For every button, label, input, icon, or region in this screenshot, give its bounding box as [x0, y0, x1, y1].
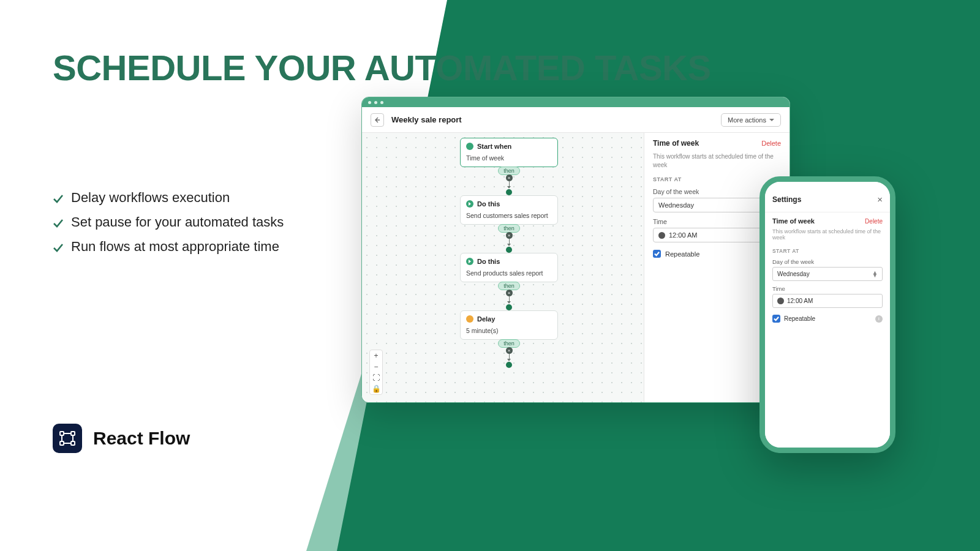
flow-connector: then × [460, 167, 558, 195]
panel-description: This workflow starts at scheduled time o… [653, 152, 781, 169]
feature-text: Delay workflows execution [71, 190, 230, 206]
more-actions-label: More actions [728, 116, 766, 124]
flow-node-start[interactable]: Start when Time of week [460, 138, 558, 167]
connector-line [509, 181, 510, 186]
traffic-light-icon [368, 101, 371, 104]
phone-mock: Settings × Time of week Delete This work… [760, 176, 895, 453]
delete-button[interactable]: Delete [865, 218, 883, 225]
arrow-down-icon [507, 301, 511, 304]
page-title: Weekly sale report [391, 115, 714, 124]
then-pill: then [498, 339, 520, 348]
flow-column: Start when Time of week then × Do this S… [460, 138, 558, 368]
svg-rect-0 [60, 432, 64, 435]
info-icon[interactable]: i [875, 315, 883, 323]
connector-line [509, 239, 510, 244]
day-select[interactable]: Wednesday ▲▼ [772, 267, 883, 281]
connector-dot [506, 362, 512, 368]
clock-icon [658, 232, 665, 239]
remove-connector-icon[interactable]: × [506, 232, 513, 239]
panel-section-header: START AT [653, 176, 781, 182]
day-value: Wednesday [777, 271, 810, 277]
panel-title: Time of week [653, 139, 699, 148]
flow-connector: then × [460, 340, 558, 368]
node-subtitle: Send customers sales report [461, 212, 557, 224]
mobile-section-header: START AT [772, 248, 883, 254]
brand: React Flow [53, 424, 190, 453]
window-titlebar [362, 97, 790, 107]
flow-node-action[interactable]: Do this Send customers sales report [460, 195, 558, 225]
then-pill: then [498, 224, 520, 233]
feature-item: Run flows at most appropriate time [53, 239, 284, 255]
repeatable-checkbox[interactable] [772, 315, 780, 323]
stepper-icon: ▲▼ [872, 271, 878, 277]
play-circle-icon [466, 200, 473, 208]
lock-button[interactable]: 🔒 [372, 383, 381, 394]
repeatable-checkbox[interactable] [653, 250, 661, 258]
back-icon [374, 116, 381, 124]
connector-dot [506, 189, 512, 195]
feature-text: Set pause for your automated tasks [71, 214, 284, 230]
mobile-panel-title: Time of week [772, 217, 815, 225]
play-circle-icon [466, 258, 473, 265]
check-icon [53, 217, 64, 228]
more-actions-button[interactable]: More actions [721, 113, 781, 127]
zoom-controls: + − ⛶ 🔒 [369, 350, 383, 395]
node-subtitle: 5 minute(s) [461, 327, 557, 339]
remove-connector-icon[interactable]: × [506, 174, 513, 181]
time-value: 12:00 AM [787, 298, 813, 304]
flow-canvas[interactable]: Start when Time of week then × Do this S… [362, 133, 644, 402]
feature-item: Set pause for your automated tasks [53, 214, 284, 230]
traffic-light-icon [374, 101, 377, 104]
flow-node-delay[interactable]: Delay 5 minute(s) [460, 310, 558, 340]
brand-logo-icon [53, 424, 82, 453]
back-button[interactable] [371, 113, 384, 127]
node-title: Do this [477, 258, 500, 265]
node-subtitle: Send products sales report [461, 269, 557, 282]
svg-rect-1 [71, 432, 75, 435]
node-title: Delay [477, 315, 495, 323]
connector-dot [506, 247, 512, 253]
check-circle-icon [466, 143, 473, 150]
mobile-title: Settings [772, 195, 801, 204]
then-pill: then [498, 167, 520, 175]
close-button[interactable]: × [877, 194, 883, 204]
feature-item: Delay workflows execution [53, 190, 284, 206]
check-icon [53, 241, 64, 252]
connector-line [509, 354, 510, 359]
feature-text: Run flows at most appropriate time [71, 239, 279, 255]
flow-node-action[interactable]: Do this Send products sales report [460, 253, 558, 282]
traffic-light-icon [380, 101, 383, 104]
arrow-down-icon [507, 359, 511, 361]
remove-connector-icon[interactable]: × [506, 347, 513, 354]
arrow-down-icon [507, 186, 511, 189]
delete-button[interactable]: Delete [761, 140, 781, 147]
toolbar: Weekly sale report More actions [362, 107, 790, 133]
headline: SCHEDULE YOUR AUTOMATED TASKS [53, 46, 711, 91]
app-window: Weekly sale report More actions Start wh… [361, 97, 790, 403]
fit-view-button[interactable]: ⛶ [372, 372, 380, 383]
check-icon [53, 192, 64, 203]
connector-line [509, 296, 510, 301]
remove-connector-icon[interactable]: × [506, 290, 513, 296]
day-label: Day of the week [772, 258, 883, 265]
flow-connector: then × [460, 282, 558, 310]
connector-dot [506, 304, 512, 310]
svg-rect-2 [60, 441, 64, 445]
time-input[interactable]: 12:00 AM [772, 294, 883, 308]
node-subtitle: Time of week [461, 154, 557, 167]
brand-name: React Flow [93, 428, 190, 449]
node-title: Start when [477, 143, 511, 150]
then-pill: then [498, 282, 520, 290]
mobile-panel-description: This workflow starts at scheduled time o… [772, 228, 883, 241]
node-title: Do this [477, 200, 500, 208]
clock-icon [777, 298, 784, 304]
zoom-in-button[interactable]: + [374, 350, 378, 361]
chevron-down-icon [769, 119, 774, 121]
time-value: 12:00 AM [669, 231, 697, 239]
time-label: Time [772, 285, 883, 292]
zoom-out-button[interactable]: − [374, 361, 378, 372]
arrow-down-icon [507, 244, 511, 246]
svg-rect-3 [71, 441, 75, 445]
feature-list: Delay workflows execution Set pause for … [53, 190, 284, 263]
repeatable-label: Repeatable [665, 250, 699, 258]
